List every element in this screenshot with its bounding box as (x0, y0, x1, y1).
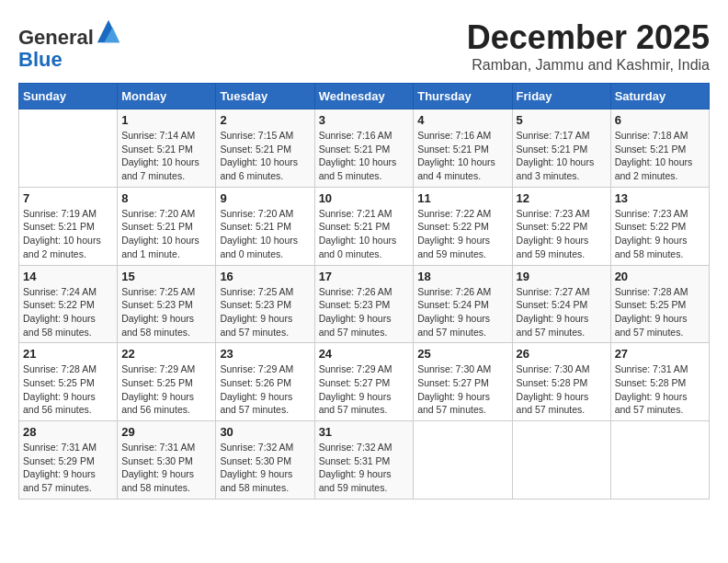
day-number: 4 (417, 113, 507, 127)
day-number: 28 (23, 425, 113, 439)
day-cell: 22Sunrise: 7:29 AM Sunset: 5:25 PM Dayli… (118, 343, 216, 421)
day-cell: 14Sunrise: 7:24 AM Sunset: 5:22 PM Dayli… (19, 265, 118, 343)
day-number: 2 (220, 113, 310, 127)
day-number: 31 (319, 425, 410, 439)
day-cell: 10Sunrise: 7:21 AM Sunset: 5:21 PM Dayli… (314, 187, 414, 265)
day-number: 8 (121, 191, 211, 205)
column-header-sunday: Sunday (19, 84, 118, 109)
logo: General Blue (18, 18, 121, 71)
day-info: Sunrise: 7:29 AM Sunset: 5:26 PM Dayligh… (220, 362, 310, 417)
day-info: Sunrise: 7:20 AM Sunset: 5:21 PM Dayligh… (121, 207, 211, 261)
day-info: Sunrise: 7:21 AM Sunset: 5:21 PM Dayligh… (319, 207, 410, 261)
month-year-title: December 2025 (467, 18, 710, 57)
day-cell: 27Sunrise: 7:31 AM Sunset: 5:28 PM Dayli… (610, 343, 709, 421)
day-number: 18 (417, 270, 507, 283)
week-row: 1Sunrise: 7:14 AM Sunset: 5:21 PM Daylig… (19, 109, 710, 188)
day-number: 25 (417, 347, 507, 361)
week-row: 14Sunrise: 7:24 AM Sunset: 5:22 PM Dayli… (19, 265, 710, 343)
day-cell: 6Sunrise: 7:18 AM Sunset: 5:21 PM Daylig… (610, 109, 709, 188)
day-number: 11 (417, 191, 507, 205)
day-number: 3 (319, 113, 410, 127)
column-header-thursday: Thursday (414, 84, 512, 109)
day-number: 21 (23, 347, 113, 361)
column-header-wednesday: Wednesday (314, 84, 414, 109)
day-number: 17 (319, 270, 410, 283)
day-cell: 12Sunrise: 7:23 AM Sunset: 5:22 PM Dayli… (512, 187, 610, 265)
day-cell: 5Sunrise: 7:17 AM Sunset: 5:21 PM Daylig… (512, 109, 610, 188)
day-cell: 8Sunrise: 7:20 AM Sunset: 5:21 PM Daylig… (118, 187, 216, 265)
logo-general-text: General (18, 26, 94, 49)
logo-blue-text: Blue (18, 48, 63, 71)
calendar-table: SundayMondayTuesdayWednesdayThursdayFrid… (18, 83, 710, 500)
day-info: Sunrise: 7:25 AM Sunset: 5:23 PM Dayligh… (220, 285, 310, 339)
day-info: Sunrise: 7:23 AM Sunset: 5:22 PM Dayligh… (517, 207, 607, 261)
day-cell: 19Sunrise: 7:27 AM Sunset: 5:24 PM Dayli… (512, 265, 610, 343)
calendar-body: 1Sunrise: 7:14 AM Sunset: 5:21 PM Daylig… (19, 109, 710, 500)
calendar-header: SundayMondayTuesdayWednesdayThursdayFrid… (19, 84, 710, 109)
week-row: 28Sunrise: 7:31 AM Sunset: 5:29 PM Dayli… (19, 421, 710, 500)
day-number: 6 (615, 113, 705, 127)
day-cell (414, 421, 512, 500)
day-cell: 30Sunrise: 7:32 AM Sunset: 5:30 PM Dayli… (216, 421, 314, 500)
day-cell: 17Sunrise: 7:26 AM Sunset: 5:23 PM Dayli… (314, 265, 414, 343)
day-cell (512, 421, 610, 500)
day-number: 19 (517, 270, 607, 283)
day-number: 5 (517, 113, 607, 127)
day-info: Sunrise: 7:32 AM Sunset: 5:31 PM Dayligh… (319, 441, 410, 495)
day-info: Sunrise: 7:15 AM Sunset: 5:21 PM Dayligh… (220, 129, 310, 183)
day-cell: 20Sunrise: 7:28 AM Sunset: 5:25 PM Dayli… (610, 265, 709, 343)
day-info: Sunrise: 7:26 AM Sunset: 5:24 PM Dayligh… (417, 285, 507, 339)
day-cell: 3Sunrise: 7:16 AM Sunset: 5:21 PM Daylig… (314, 109, 414, 188)
day-number: 22 (121, 347, 211, 361)
column-header-monday: Monday (118, 84, 216, 109)
day-number: 26 (517, 347, 607, 361)
day-cell: 1Sunrise: 7:14 AM Sunset: 5:21 PM Daylig… (118, 109, 216, 188)
day-info: Sunrise: 7:20 AM Sunset: 5:21 PM Dayligh… (220, 207, 310, 261)
day-info: Sunrise: 7:16 AM Sunset: 5:21 PM Dayligh… (319, 129, 410, 183)
day-number: 7 (23, 191, 113, 205)
day-cell (610, 421, 709, 500)
day-number: 29 (121, 425, 211, 439)
day-info: Sunrise: 7:31 AM Sunset: 5:30 PM Dayligh… (121, 441, 211, 495)
day-cell: 9Sunrise: 7:20 AM Sunset: 5:21 PM Daylig… (216, 187, 314, 265)
day-number: 12 (517, 191, 607, 205)
day-number: 24 (319, 347, 410, 361)
day-info: Sunrise: 7:31 AM Sunset: 5:28 PM Dayligh… (615, 362, 705, 417)
day-cell: 25Sunrise: 7:30 AM Sunset: 5:27 PM Dayli… (414, 343, 512, 421)
day-cell: 18Sunrise: 7:26 AM Sunset: 5:24 PM Dayli… (414, 265, 512, 343)
day-cell: 7Sunrise: 7:19 AM Sunset: 5:21 PM Daylig… (19, 187, 118, 265)
day-cell: 4Sunrise: 7:16 AM Sunset: 5:21 PM Daylig… (414, 109, 512, 188)
day-info: Sunrise: 7:17 AM Sunset: 5:21 PM Dayligh… (517, 129, 607, 183)
day-info: Sunrise: 7:27 AM Sunset: 5:24 PM Dayligh… (517, 285, 607, 339)
day-cell: 24Sunrise: 7:29 AM Sunset: 5:27 PM Dayli… (314, 343, 414, 421)
day-info: Sunrise: 7:28 AM Sunset: 5:25 PM Dayligh… (23, 362, 113, 417)
day-number: 10 (319, 191, 410, 205)
day-cell: 26Sunrise: 7:30 AM Sunset: 5:28 PM Dayli… (512, 343, 610, 421)
day-cell: 23Sunrise: 7:29 AM Sunset: 5:26 PM Dayli… (216, 343, 314, 421)
day-info: Sunrise: 7:30 AM Sunset: 5:27 PM Dayligh… (417, 362, 507, 417)
day-info: Sunrise: 7:25 AM Sunset: 5:23 PM Dayligh… (121, 285, 211, 339)
day-info: Sunrise: 7:31 AM Sunset: 5:29 PM Dayligh… (23, 441, 113, 495)
week-row: 21Sunrise: 7:28 AM Sunset: 5:25 PM Dayli… (19, 343, 710, 421)
day-number: 15 (121, 270, 211, 283)
day-cell: 2Sunrise: 7:15 AM Sunset: 5:21 PM Daylig… (216, 109, 314, 188)
day-cell: 31Sunrise: 7:32 AM Sunset: 5:31 PM Dayli… (314, 421, 414, 500)
day-cell: 21Sunrise: 7:28 AM Sunset: 5:25 PM Dayli… (19, 343, 118, 421)
day-number: 14 (23, 270, 113, 283)
day-cell: 15Sunrise: 7:25 AM Sunset: 5:23 PM Dayli… (118, 265, 216, 343)
title-block: December 2025 Ramban, Jammu and Kashmir,… (467, 18, 710, 74)
day-info: Sunrise: 7:24 AM Sunset: 5:22 PM Dayligh… (23, 285, 113, 339)
column-header-tuesday: Tuesday (216, 84, 314, 109)
day-info: Sunrise: 7:23 AM Sunset: 5:22 PM Dayligh… (615, 207, 705, 261)
day-number: 30 (220, 425, 310, 439)
day-number: 20 (615, 270, 705, 283)
day-cell: 16Sunrise: 7:25 AM Sunset: 5:23 PM Dayli… (216, 265, 314, 343)
logo-icon (96, 18, 121, 44)
day-cell: 11Sunrise: 7:22 AM Sunset: 5:22 PM Dayli… (414, 187, 512, 265)
day-number: 13 (615, 191, 705, 205)
page-header: General Blue December 2025 Ramban, Jammu… (18, 18, 710, 74)
day-number: 23 (220, 347, 310, 361)
day-number: 9 (220, 191, 310, 205)
week-row: 7Sunrise: 7:19 AM Sunset: 5:21 PM Daylig… (19, 187, 710, 265)
day-number: 1 (121, 113, 211, 127)
